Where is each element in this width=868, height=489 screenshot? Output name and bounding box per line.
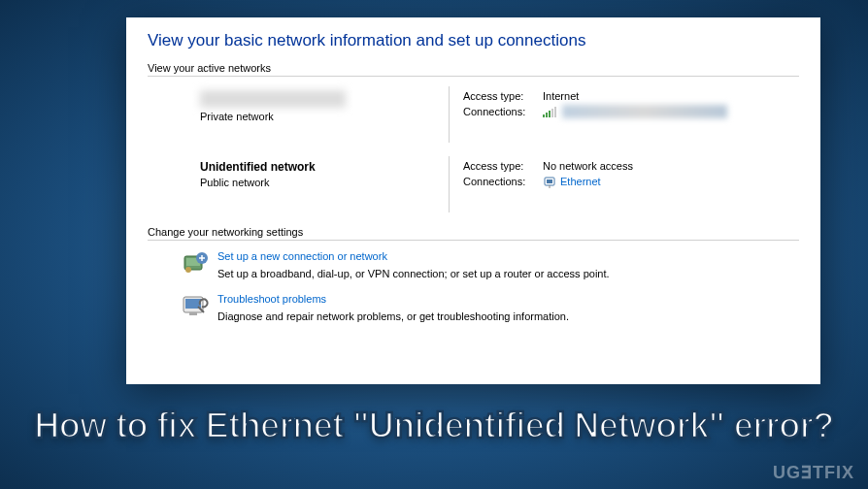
access-type-value: No network access [543,160,633,172]
network-type-label: Public network [200,177,449,188]
troubleshoot-icon [181,293,210,320]
svg-rect-3 [551,109,553,117]
ethernet-connection-link[interactable]: Ethernet [560,176,601,187]
info-row: Connections: [463,105,799,118]
connections-label: Connections: [463,106,543,117]
network-row: Private network Access type: Internet Co… [148,86,799,143]
settings-item: Set up a new connection or network Set u… [148,250,799,281]
network-right: Access type: Internet Connections: [449,86,799,143]
network-left: Unidentified network Public network [148,156,449,212]
network-row: Unidentified network Public network Acce… [148,156,799,212]
troubleshoot-desc: Diagnose and repair network problems, or… [217,310,569,322]
network-left: Private network [148,86,449,143]
caption-overlay: How to fix Ethernet "Unidentified Networ… [0,406,868,446]
connections-label: Connections: [463,176,543,187]
svg-rect-2 [549,111,551,117]
info-row: Connections: Ethernet [463,175,799,188]
new-connection-icon [181,250,210,277]
connection-name-redacted[interactable] [562,105,727,118]
setup-connection-desc: Set up a broadband, dial-up, or VPN conn… [217,268,610,279]
svg-rect-4 [554,107,556,117]
watermark: UGƎTFIX [773,462,854,483]
active-networks-header: View your active networks [148,62,799,74]
settings-section: Set up a new connection or network Set u… [148,250,799,324]
svg-rect-1 [546,113,548,117]
network-type-label: Private network [200,111,449,122]
access-type-label: Access type: [463,160,543,172]
settings-text: Troubleshoot problems Diagnose and repai… [217,293,799,324]
network-name: Unidentified network [200,160,449,174]
svg-rect-0 [543,114,545,117]
svg-rect-6 [547,179,552,183]
access-type-value: Internet [543,90,579,102]
troubleshoot-link[interactable]: Troubleshoot problems [217,293,799,305]
ethernet-icon [543,175,556,188]
divider [148,76,799,77]
wifi-signal-icon [543,106,556,117]
svg-rect-14 [189,312,197,315]
settings-header: Change your networking settings [148,226,799,238]
network-name-redacted [200,90,346,108]
setup-connection-link[interactable]: Set up a new connection or network [217,250,799,262]
networks-container: Private network Access type: Internet Co… [148,86,799,212]
access-type-label: Access type: [463,90,543,102]
info-row: Access type: Internet [463,90,799,102]
settings-text: Set up a new connection or network Set u… [217,250,799,281]
divider [148,240,799,241]
page-title: View your basic network information and … [148,31,799,50]
settings-item: Troubleshoot problems Diagnose and repai… [148,293,799,324]
network-settings-window: View your basic network information and … [126,17,820,384]
info-row: Access type: No network access [463,160,799,172]
network-right: Access type: No network access Connectio… [449,156,799,212]
svg-point-11 [185,267,191,273]
